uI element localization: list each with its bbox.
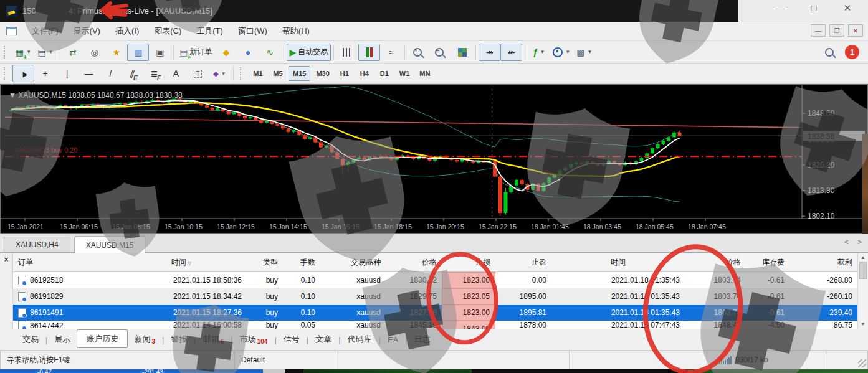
terminal-tab-7[interactable]: 信号 xyxy=(277,331,306,348)
data-window-button[interactable]: ▣ xyxy=(149,44,171,61)
indicators-icon[interactable]: ◆ xyxy=(216,44,237,61)
timeframe-m1[interactable]: M1 xyxy=(249,66,267,81)
column-header-3[interactable]: 手数 xyxy=(283,257,320,268)
scroll-up-icon[interactable]: ▲ xyxy=(861,255,866,260)
menu-item-4[interactable]: 工具(T) xyxy=(189,23,231,39)
chart-restore-button[interactable]: ❐ xyxy=(829,24,844,37)
profiles-button[interactable]: ▤▼ xyxy=(34,44,56,61)
favorites-icon[interactable]: ★ xyxy=(105,44,127,61)
scripts-icon[interactable]: ● xyxy=(237,44,259,61)
line-chart-mode-button[interactable]: ≈ xyxy=(380,44,402,61)
table-row-2[interactable]: 861914912021.01.15 18:27:36buy0.10xauusd… xyxy=(13,305,857,321)
table-row-0[interactable]: 861925182021.01.15 18:58:36buy0.10xauusd… xyxy=(13,272,857,288)
terminal-close-icon[interactable]: × xyxy=(0,255,12,264)
terminal-tab-4[interactable]: 警报 xyxy=(165,331,193,348)
periods-button[interactable]: ▼ xyxy=(550,44,573,61)
close-button[interactable]: ✕ xyxy=(838,2,857,14)
add-indicator-button[interactable]: ƒ▼ xyxy=(528,44,550,61)
timeframe-m5[interactable]: M5 xyxy=(269,66,287,81)
timeframe-w1[interactable]: W1 xyxy=(395,66,414,81)
new-order-button[interactable]: ▤+新订单 xyxy=(176,44,215,61)
toolbar-grip[interactable] xyxy=(240,67,246,80)
scroll-down-icon[interactable]: ▼ xyxy=(861,321,866,327)
auto-scroll-button[interactable]: ↠ xyxy=(479,44,500,61)
column-header-11[interactable]: 获利 xyxy=(789,257,857,268)
timeframe-m15[interactable]: M15 xyxy=(289,66,310,81)
status-profile[interactable]: Default xyxy=(235,351,338,369)
crosshair-tool[interactable]: + xyxy=(34,65,56,82)
timeframe-m30[interactable]: M30 xyxy=(312,66,333,81)
chart-tab-xauusd-h4[interactable]: XAUUSD,H4 xyxy=(4,237,70,252)
column-header-8[interactable]: 时间 xyxy=(551,257,685,268)
toolbar-grip[interactable] xyxy=(4,67,9,80)
fibonacci-tool[interactable]: ≣F xyxy=(143,65,165,82)
terminal-tab-10[interactable]: EA xyxy=(381,332,404,347)
chart-shift-button[interactable]: ↞ xyxy=(500,44,522,61)
terminal-tab-8[interactable]: 文章 xyxy=(309,331,338,348)
terminal-tab-0[interactable]: 交易 xyxy=(16,331,45,348)
crosshair-target-icon[interactable]: ◎ xyxy=(83,44,105,61)
menu-item-0[interactable]: 文件(F) xyxy=(24,23,66,39)
maximize-button[interactable]: □ xyxy=(804,2,823,14)
zoom-out-button[interactable]: − xyxy=(429,44,451,61)
scrollbar-thumb[interactable] xyxy=(859,262,867,279)
column-header-10[interactable]: 库存费 xyxy=(746,257,789,268)
menu-item-2[interactable]: 插入(I) xyxy=(108,23,146,39)
terminal-tab-2[interactable]: 账户历史 xyxy=(77,329,128,348)
vertical-line-tool[interactable]: | xyxy=(56,65,78,82)
templates-button[interactable]: ▩▼ xyxy=(573,44,595,61)
arrow-tools[interactable]: ◆▼ xyxy=(209,65,231,82)
table-scrollbar[interactable]: ▲ ▼ xyxy=(857,253,868,329)
cursor-tool[interactable]: ▲ xyxy=(12,65,34,82)
chart-minimize-button[interactable]: — xyxy=(811,24,826,37)
terminal-tab-9[interactable]: 代码库 xyxy=(341,331,378,348)
new-chart-button[interactable]: ▦+▼ xyxy=(12,44,34,61)
menu-item-5[interactable]: 窗口(W) xyxy=(231,23,275,39)
tab-scroll-left-icon[interactable]: < xyxy=(844,238,849,247)
terminal-tab-5[interactable]: 邮箱6 xyxy=(197,331,231,348)
terminal-tab-6[interactable]: 市场104 xyxy=(234,331,274,348)
minimize-button[interactable]: — xyxy=(771,2,789,14)
column-header-7[interactable]: 止盈 xyxy=(495,257,551,268)
autotrading-button[interactable]: ▶自动交易 xyxy=(287,44,331,61)
column-header-9[interactable]: 价格 xyxy=(685,257,746,268)
chart-tab-xauusd-m15[interactable]: XAUUSD,M15 xyxy=(74,236,146,253)
horizontal-line-tool[interactable]: — xyxy=(78,65,100,82)
bar-chart-mode-button[interactable] xyxy=(336,44,358,61)
chart-close-button[interactable]: ✕ xyxy=(848,24,863,37)
trendline-tool[interactable]: / xyxy=(100,65,122,82)
timeframe-h4[interactable]: H4 xyxy=(355,66,374,81)
text-label-tool[interactable]: T xyxy=(187,65,209,82)
market-watch-button[interactable]: ▥ xyxy=(127,44,149,61)
text-tool[interactable]: A xyxy=(165,65,187,82)
terminal-tab-3[interactable]: 新闻3 xyxy=(128,331,161,348)
search-icon[interactable] xyxy=(819,44,841,61)
tile-windows-button[interactable] xyxy=(451,44,473,61)
timeframe-d1[interactable]: D1 xyxy=(375,66,394,81)
tab-scroll-right-icon[interactable]: > xyxy=(857,238,862,247)
column-header-1[interactable]: 时间 ▽ xyxy=(116,257,247,268)
terminal-tab-1[interactable]: 展示 xyxy=(48,331,77,348)
price-chart[interactable]: #86204893 buy 0.201848.601836.901825.201… xyxy=(0,84,868,234)
column-header-5[interactable]: 价格 xyxy=(386,257,442,268)
notification-badge[interactable]: 1 xyxy=(845,45,859,59)
toolbar-grip[interactable] xyxy=(4,46,9,59)
column-header-2[interactable]: 类型 xyxy=(247,257,283,268)
menu-item-6[interactable]: 帮助(H) xyxy=(275,23,317,39)
column-header-4[interactable]: 交易品种 xyxy=(320,257,386,268)
timeframe-h1[interactable]: H1 xyxy=(335,66,354,81)
terminal-tab-11[interactable]: 日志 xyxy=(408,331,437,348)
menu-item-3[interactable]: 图表(C) xyxy=(146,23,189,39)
column-header-0[interactable]: 订单 xyxy=(13,257,116,268)
column-header-6[interactable]: 止损 xyxy=(442,257,495,268)
equidistant-channel-tool[interactable]: ∥E xyxy=(122,65,143,82)
signals-icon[interactable]: ∿ xyxy=(259,44,281,61)
resize-grip[interactable] xyxy=(858,359,866,367)
table-row-1[interactable]: 861918292021.01.15 18:34:42buy0.10xauusd… xyxy=(13,288,857,305)
zoom-in-button[interactable]: + xyxy=(408,44,429,61)
menu-item-1[interactable]: 显示(V) xyxy=(66,23,108,39)
timeframe-mn[interactable]: MN xyxy=(415,66,434,81)
candlestick-mode-button[interactable] xyxy=(358,44,380,61)
symbols-icon[interactable]: ⇄ xyxy=(62,44,83,61)
table-row-3[interactable]: 861474422021.01.14 16:00:58buy0.05xauusd… xyxy=(13,321,857,329)
